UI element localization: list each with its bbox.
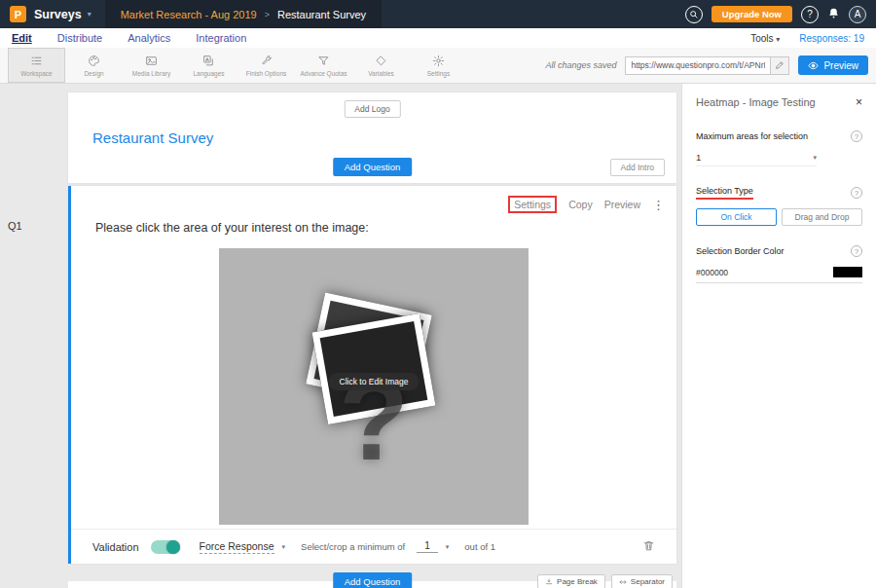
question-copy-button[interactable]: Copy xyxy=(568,199,593,210)
toggle-knob xyxy=(166,540,180,554)
toolbar-item-media-library[interactable]: Media Library xyxy=(123,48,180,83)
breadcrumb-current: Restaurant Survey xyxy=(277,9,366,20)
border-color-value: #000000 xyxy=(696,268,728,277)
questionpro-app: P Surveys ▾ Market Research - Aug 2019 >… xyxy=(0,0,876,588)
notifications-bell-icon[interactable] xyxy=(827,6,840,23)
avatar[interactable]: A xyxy=(849,6,866,23)
editor-toolbar: Workspace Design Media Library Languages… xyxy=(0,48,876,84)
advance-quotas-icon xyxy=(317,55,330,67)
add-question-button-bottom[interactable]: Add Question xyxy=(333,572,413,588)
editor-content: Q1 Add Logo Restaurant Survey Add Questi… xyxy=(0,84,876,588)
chevron-down-icon: ▾ xyxy=(282,543,286,551)
question-text[interactable]: Please click the area of your interest o… xyxy=(95,221,369,235)
separator-icon xyxy=(619,578,627,586)
question-number: Q1 xyxy=(8,220,22,232)
toolbar-right: All changes saved Preview xyxy=(545,48,876,83)
kebab-menu-icon[interactable]: ⋮ xyxy=(652,198,665,212)
question-settings-button[interactable]: Settings xyxy=(508,196,557,213)
tab-integration[interactable]: Integration xyxy=(196,32,246,44)
toolbar-item-design[interactable]: Design xyxy=(65,48,123,83)
footer-right: Page Break Separator xyxy=(537,574,673,588)
help-icon[interactable]: ? xyxy=(801,6,819,23)
heatmap-image-placeholder[interactable]: ? Click to Edit Image xyxy=(219,248,529,525)
color-swatch[interactable] xyxy=(833,267,862,277)
survey-url-group xyxy=(625,56,789,75)
toolbar-item-advance-quotas[interactable]: Advance Quotas xyxy=(295,48,352,83)
chevron-down-icon: ▾ xyxy=(776,35,780,44)
add-question-button[interactable]: Add Question xyxy=(333,158,413,176)
toolbar-item-variables[interactable]: Variables xyxy=(352,48,410,83)
question-preview-button[interactable]: Preview xyxy=(604,199,640,210)
min-select-prefix: Select/crop a minimum of xyxy=(301,541,405,552)
variables-diamond-icon xyxy=(375,55,387,67)
surveys-menu[interactable]: Surveys xyxy=(34,8,82,21)
max-areas-select[interactable]: 1 ▾ xyxy=(696,152,817,166)
settings-gear-icon xyxy=(432,55,445,67)
chevron-down-icon: ▾ xyxy=(446,543,450,551)
border-color-label: Selection Border Color xyxy=(696,246,785,256)
autosave-status: All changes saved xyxy=(545,60,616,70)
breadcrumb: Market Research - Aug 2019 > Restaurant … xyxy=(105,0,382,28)
toolbar-item-finish-options[interactable]: Finish Options xyxy=(237,48,295,83)
max-areas-help-icon[interactable]: ? xyxy=(851,130,862,142)
question-settings-panel: Heatmap - Image Testing × Maximum areas … xyxy=(681,84,876,588)
selection-type-label: Selection Type xyxy=(696,186,753,200)
eye-icon xyxy=(808,60,819,71)
nav-bar: Edit Distribute Analytics Integration To… xyxy=(0,28,876,48)
selection-type-help-icon[interactable]: ? xyxy=(851,187,862,199)
toolbar-item-settings[interactable]: Settings xyxy=(410,48,467,83)
questionpro-logo[interactable]: P xyxy=(10,6,26,22)
chevron-down-icon[interactable]: ▾ xyxy=(88,10,91,18)
design-palette-icon xyxy=(88,55,100,67)
workspace-icon xyxy=(30,55,43,67)
preview-button[interactable]: Preview xyxy=(798,55,868,75)
toolbar-item-languages[interactable]: Languages xyxy=(180,48,237,83)
close-icon[interactable]: × xyxy=(856,95,862,109)
languages-icon xyxy=(202,55,215,67)
media-library-icon xyxy=(145,55,158,67)
min-select-suffix: out of 1 xyxy=(464,541,495,552)
survey-url-input[interactable] xyxy=(625,56,771,75)
tab-analytics[interactable]: Analytics xyxy=(128,32,170,44)
validation-row: Validation Force Response ▾ Select/crop … xyxy=(71,529,676,564)
nav-right: Tools ▾ Responses: 19 xyxy=(750,33,864,44)
page-break-icon xyxy=(545,578,553,586)
responses-count[interactable]: Responses: 19 xyxy=(799,33,864,44)
add-intro-button[interactable]: Add Intro xyxy=(610,159,666,176)
breadcrumb-separator: > xyxy=(265,10,270,19)
border-color-field[interactable]: #000000 xyxy=(696,267,862,283)
breadcrumb-parent[interactable]: Market Research - Aug 2019 xyxy=(121,9,257,20)
separator-button[interactable]: Separator xyxy=(611,574,673,588)
max-areas-label: Maximum areas for selection xyxy=(696,131,808,141)
survey-title[interactable]: Restaurant Survey xyxy=(92,129,213,146)
panel-title: Heatmap - Image Testing xyxy=(696,96,816,108)
tab-edit[interactable]: Edit xyxy=(12,32,32,44)
toolbar-item-workspace[interactable]: Workspace xyxy=(8,48,65,83)
force-response-select[interactable]: Force Response xyxy=(200,540,274,554)
validation-label: Validation xyxy=(92,541,139,553)
top-bar: P Surveys ▾ Market Research - Aug 2019 >… xyxy=(0,0,876,28)
question-card: Settings Copy Preview ⋮ Please click the… xyxy=(68,186,676,564)
finish-options-wrench-icon xyxy=(260,55,273,67)
tab-distribute[interactable]: Distribute xyxy=(57,32,102,44)
on-click-option-button[interactable]: On Click xyxy=(696,208,777,226)
question-actions: Settings Copy Preview ⋮ xyxy=(508,196,665,213)
add-logo-button[interactable]: Add Logo xyxy=(344,100,400,118)
search-icon[interactable] xyxy=(685,6,703,23)
page-break-button[interactable]: Page Break xyxy=(537,574,605,588)
upgrade-now-button[interactable]: Upgrade Now xyxy=(712,6,792,22)
border-color-help-icon[interactable]: ? xyxy=(851,245,862,257)
topbar-actions: Upgrade Now ? A xyxy=(685,6,866,23)
click-to-edit-image-button[interactable]: Click to Edit Image xyxy=(329,373,420,390)
delete-question-trash-icon[interactable] xyxy=(642,538,655,556)
edit-url-pencil-icon[interactable] xyxy=(771,56,789,75)
tools-menu[interactable]: Tools ▾ xyxy=(750,33,780,44)
drag-and-drop-option-button[interactable]: Drag and Drop xyxy=(782,208,862,226)
footer-row: Add Question Page Break Separator xyxy=(68,572,676,588)
validation-toggle[interactable] xyxy=(151,540,180,554)
min-value-select[interactable]: 1 xyxy=(417,540,438,553)
chevron-down-icon: ▾ xyxy=(813,154,817,162)
survey-header-card: Add Logo Restaurant Survey Add Question … xyxy=(68,92,676,183)
